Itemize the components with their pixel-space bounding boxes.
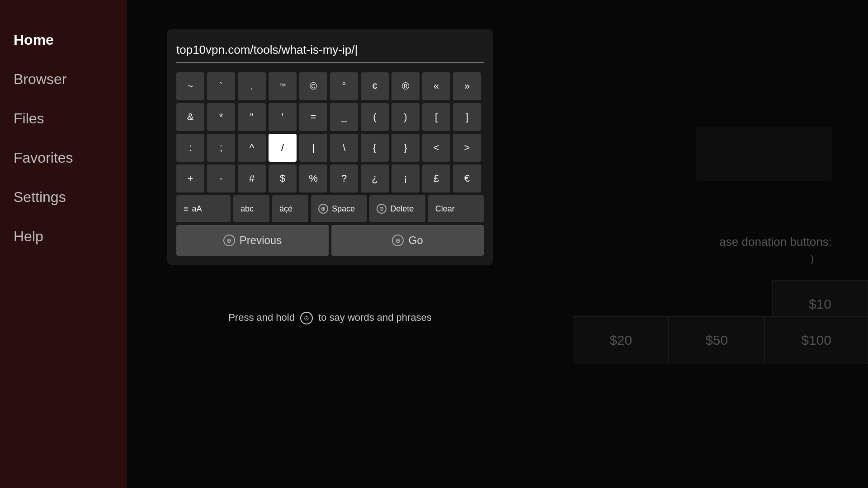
key-asterisk[interactable]: * bbox=[207, 103, 235, 131]
key-question[interactable]: ? bbox=[330, 164, 358, 192]
key-caret[interactable]: ^ bbox=[238, 134, 266, 162]
go-label: Go bbox=[408, 234, 423, 247]
key-inverted-exclaim[interactable]: ¡ bbox=[392, 164, 420, 192]
key-trademark[interactable]: ™ bbox=[269, 72, 297, 100]
sidebar-item-home[interactable]: Home bbox=[14, 27, 113, 53]
key-minus[interactable]: - bbox=[207, 164, 235, 192]
mode-label: aA bbox=[192, 204, 202, 214]
keyboard-row-2: & * " ' = _ ( ) [ ] bbox=[176, 103, 484, 131]
keyboard-row-4: + - # $ % ? ¿ ¡ £ € bbox=[176, 164, 484, 192]
mode-icon: ≡ bbox=[184, 204, 189, 214]
previous-label: Previous bbox=[240, 234, 282, 247]
key-registered[interactable]: ® bbox=[392, 72, 420, 100]
key-equals[interactable]: = bbox=[299, 103, 327, 131]
space-button[interactable]: ⊕ Space bbox=[311, 195, 367, 222]
key-pound[interactable]: £ bbox=[422, 164, 450, 192]
keyboard-bottom-row: ≡ aA abc äçé ⊕ Space ⊖ Delete Clear bbox=[176, 195, 484, 222]
key-degree[interactable]: ° bbox=[330, 72, 358, 100]
key-semicolon[interactable]: ; bbox=[207, 134, 235, 162]
sidebar-item-favorites[interactable]: Favorites bbox=[14, 145, 113, 171]
key-percent[interactable]: % bbox=[299, 164, 327, 192]
delete-icon: ⊖ bbox=[377, 204, 387, 214]
url-bar[interactable]: top10vpn.com/tools/what-is-my-ip/| bbox=[176, 43, 484, 63]
delete-label: Delete bbox=[390, 204, 414, 214]
keyboard-row-3: : ; ^ / | \ { } < > bbox=[176, 134, 484, 162]
hint-bar: Press and hold ⊙ to say words and phrase… bbox=[167, 307, 493, 329]
keyboard-row-1: ~ ` . ™ © ° ¢ ® « » bbox=[176, 72, 484, 100]
key-slash[interactable]: / bbox=[269, 134, 297, 162]
space-label: Space bbox=[332, 204, 355, 214]
key-close-brace[interactable]: } bbox=[392, 134, 420, 162]
key-backslash[interactable]: \ bbox=[330, 134, 358, 162]
mode-toggle-button[interactable]: ≡ aA bbox=[176, 195, 231, 222]
key-open-paren[interactable]: ( bbox=[361, 103, 389, 131]
previous-button[interactable]: ⊖ Previous bbox=[176, 225, 329, 256]
key-backtick[interactable]: ` bbox=[207, 72, 235, 100]
key-singlequote[interactable]: ' bbox=[269, 103, 297, 131]
abc-button[interactable]: abc bbox=[233, 195, 269, 222]
key-cent[interactable]: ¢ bbox=[361, 72, 389, 100]
key-dollar[interactable]: $ bbox=[269, 164, 297, 192]
abc-label: abc bbox=[241, 204, 254, 214]
key-plus[interactable]: + bbox=[176, 164, 204, 192]
keyboard-dialog: top10vpn.com/tools/what-is-my-ip/| ~ ` .… bbox=[167, 29, 493, 265]
key-less-than[interactable]: < bbox=[422, 134, 450, 162]
accent-label: äçé bbox=[279, 204, 292, 214]
go-button[interactable]: ⊕ Go bbox=[331, 225, 484, 256]
space-icon: ⊕ bbox=[318, 204, 328, 214]
key-open-brace[interactable]: { bbox=[361, 134, 389, 162]
clear-button[interactable]: Clear bbox=[428, 195, 484, 222]
sidebar-item-help[interactable]: Help bbox=[14, 224, 113, 249]
accent-button[interactable]: äçé bbox=[272, 195, 308, 222]
key-hash[interactable]: # bbox=[238, 164, 266, 192]
key-close-bracket[interactable]: ] bbox=[453, 103, 481, 131]
sidebar-item-settings[interactable]: Settings bbox=[14, 184, 113, 210]
key-colon[interactable]: : bbox=[176, 134, 204, 162]
key-open-bracket[interactable]: [ bbox=[422, 103, 450, 131]
hint-text: Press and hold bbox=[228, 312, 295, 323]
key-doublequote[interactable]: " bbox=[238, 103, 266, 131]
key-close-paren[interactable]: ) bbox=[392, 103, 420, 131]
key-inverted-question[interactable]: ¿ bbox=[361, 164, 389, 192]
sidebar-item-browser[interactable]: Browser bbox=[14, 66, 113, 92]
key-copyright[interactable]: © bbox=[299, 72, 327, 100]
key-tilde[interactable]: ~ bbox=[176, 72, 204, 100]
keyboard-nav-row: ⊖ Previous ⊕ Go bbox=[176, 225, 484, 256]
key-pipe[interactable]: | bbox=[299, 134, 327, 162]
previous-icon: ⊖ bbox=[223, 235, 235, 246]
key-euro[interactable]: € bbox=[453, 164, 481, 192]
key-period[interactable]: . bbox=[238, 72, 266, 100]
hint-suffix: to say words and phrases bbox=[318, 312, 432, 323]
hint-icon: ⊙ bbox=[300, 312, 313, 324]
key-greater-than[interactable]: > bbox=[453, 134, 481, 162]
sidebar-item-files[interactable]: Files bbox=[14, 106, 113, 131]
url-input[interactable]: top10vpn.com/tools/what-is-my-ip/ bbox=[176, 43, 354, 56]
go-icon: ⊕ bbox=[392, 235, 404, 246]
clear-label: Clear bbox=[435, 204, 455, 214]
sidebar: Home Browser Files Favorites Settings He… bbox=[0, 0, 127, 488]
key-ampersand[interactable]: & bbox=[176, 103, 204, 131]
key-right-guillemet[interactable]: » bbox=[453, 72, 481, 100]
key-underscore[interactable]: _ bbox=[330, 103, 358, 131]
key-left-guillemet[interactable]: « bbox=[422, 72, 450, 100]
delete-button[interactable]: ⊖ Delete bbox=[369, 195, 425, 222]
